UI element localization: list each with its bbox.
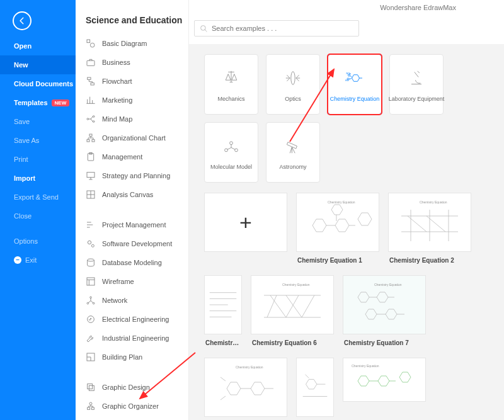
mindmap-icon: [86, 114, 96, 124]
wireframe-icon: [86, 276, 96, 287]
cat-mind-map[interactable]: Mind Map: [76, 110, 188, 128]
template-blank[interactable]: +: [204, 193, 287, 266]
cat-strategy[interactable]: Strategy and Planning: [76, 166, 188, 185]
svg-point-15: [88, 241, 91, 244]
cat-label: Mind Map: [102, 115, 132, 123]
cat-wireframe[interactable]: Wireframe: [76, 272, 188, 291]
cat-network[interactable]: Network: [76, 291, 188, 310]
template-card[interactable]: Chemistry Equation Chemistry Equation 2: [388, 193, 471, 266]
svg-point-5: [87, 118, 89, 120]
svg-rect-27: [88, 407, 90, 409]
cat-marketing[interactable]: Marketing: [76, 91, 188, 110]
circuit-icon: [86, 314, 96, 324]
subcat-laboratory[interactable]: Laboratory Equipment: [389, 54, 444, 115]
template-name: Chemistry Equation 2: [388, 252, 471, 266]
cat-label: Network: [102, 297, 127, 304]
nav-save[interactable]: Save: [0, 112, 76, 131]
subcat-label: Chemistry Equation: [328, 96, 382, 102]
svg-point-36: [291, 72, 295, 85]
nav-import[interactable]: Import: [0, 169, 76, 188]
cat-infographic[interactable]: Infographic: [76, 416, 188, 420]
template-card[interactable]: Chemistry Equation Chemistry Equation 6: [251, 275, 334, 349]
search-input[interactable]: [212, 25, 353, 32]
template-name: Chemistry Equation 6: [251, 334, 334, 349]
cat-label: Database Modeling: [102, 259, 162, 266]
clipboard-icon: [86, 152, 96, 162]
briefcase-icon: [86, 57, 96, 67]
cat-analysis-canvas[interactable]: Analysis Canvas: [76, 185, 188, 204]
template-thumb: Chemistry Equation: [388, 193, 471, 252]
template-thumb: Chemistry Equation: [204, 358, 287, 417]
back-button[interactable]: [13, 11, 32, 30]
cat-basic-diagram[interactable]: Basic Diagram: [76, 34, 188, 53]
template-card[interactable]: Chemistry Equation Chemistry Equation 8: [204, 358, 287, 420]
svg-rect-8: [89, 134, 92, 136]
exit-icon: –: [14, 256, 21, 264]
cat-label: Building Plan: [102, 353, 142, 361]
nav-new[interactable]: New: [0, 55, 76, 74]
cat-label: Marketing: [102, 96, 132, 104]
floorplan-icon: [86, 352, 96, 362]
database-icon: [86, 258, 96, 268]
svg-point-19: [90, 297, 92, 298]
nav-cloud-documents[interactable]: Cloud Documents: [0, 74, 76, 93]
template-thumb: [296, 358, 334, 417]
template-thumb: Chemistry Equation: [343, 275, 426, 334]
template-card[interactable]: Chemistry Eq: [204, 275, 242, 349]
cat-graphic-design[interactable]: Graphic Design: [76, 378, 188, 397]
svg-text:Chemistry Equation: Chemistry Equation: [374, 283, 402, 287]
subcat-molecular[interactable]: Molecular Model: [204, 122, 258, 183]
svg-point-26: [89, 402, 92, 405]
telescope-icon: [283, 135, 303, 157]
subcat-chemistry-equation[interactable]: NO₂HO Chemistry Equation: [328, 54, 382, 115]
cat-graphic-organizer[interactable]: Graphic Organizer: [76, 397, 188, 416]
svg-point-16: [91, 244, 94, 247]
search-box[interactable]: [194, 20, 359, 37]
svg-point-7: [93, 121, 94, 123]
cat-industrial[interactable]: Industrial Engineering: [76, 329, 188, 348]
cat-project-management[interactable]: Project Management: [76, 215, 188, 234]
category-list: Basic Diagram Business Flowchart Marketi…: [76, 34, 188, 420]
nav-print[interactable]: Print: [0, 150, 76, 169]
cat-electrical[interactable]: Electrical Engineering: [76, 310, 188, 329]
nav-open[interactable]: Open: [0, 37, 76, 55]
cat-management[interactable]: Management: [76, 147, 188, 166]
cat-label: Strategy and Planning: [102, 172, 170, 179]
file-menu-sidebar: Open New Cloud Documents Templates NEW S…: [0, 0, 76, 420]
svg-rect-10: [92, 140, 94, 142]
cat-building-plan[interactable]: Building Plan: [76, 348, 188, 366]
cat-flowchart[interactable]: Flowchart: [76, 72, 188, 91]
nav-exit[interactable]: – Exit: [0, 251, 76, 270]
nav-options[interactable]: Options: [0, 232, 76, 251]
svg-point-6: [93, 116, 94, 118]
template-card[interactable]: Chemistry Equation Chemistry Equation 1: [296, 193, 379, 266]
subcat-label: Astronomy: [277, 164, 308, 170]
svg-point-42: [225, 149, 228, 152]
nav-close[interactable]: Close: [0, 207, 76, 225]
svg-point-43: [235, 149, 238, 152]
svg-point-1: [90, 43, 94, 47]
cat-business[interactable]: Business: [76, 53, 188, 72]
presentation-icon: [86, 171, 96, 181]
gears-icon: [86, 239, 96, 249]
nav-save-as[interactable]: Save As: [0, 131, 76, 150]
template-name: Chemistry Equation 8: [204, 417, 287, 420]
plus-icon: +: [239, 210, 252, 235]
svg-point-17: [88, 259, 94, 261]
cat-org-chart[interactable]: Organizational Chart: [76, 128, 188, 147]
template-card[interactable]: Chemistry Equation Chemistry Equation 7: [343, 275, 426, 349]
subcat-mechanics[interactable]: Mechanics: [204, 54, 258, 115]
template-card[interactable]: Chemistry Eq: [296, 358, 334, 420]
cat-software-dev[interactable]: Software Development: [76, 234, 188, 253]
template-card[interactable]: Chemistry Equation: [343, 358, 426, 420]
svg-rect-9: [87, 140, 89, 142]
subcat-astronomy[interactable]: Astronomy: [266, 122, 320, 183]
svg-text:HO: HO: [345, 79, 349, 82]
blank-thumb: +: [204, 193, 287, 252]
subcat-optics[interactable]: Optics: [266, 54, 320, 115]
grid-icon: [86, 190, 96, 200]
cat-database[interactable]: Database Modeling: [76, 253, 188, 272]
nav-export-send[interactable]: Export & Send: [0, 188, 76, 207]
svg-point-35: [201, 25, 206, 30]
nav-templates[interactable]: Templates NEW: [0, 93, 76, 112]
